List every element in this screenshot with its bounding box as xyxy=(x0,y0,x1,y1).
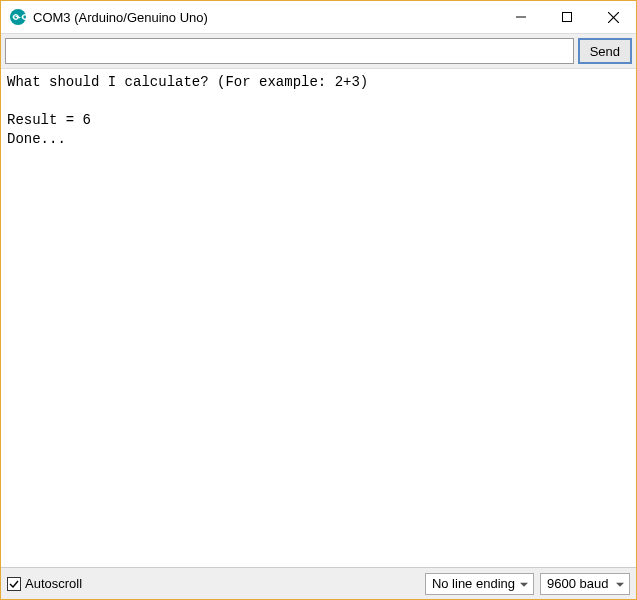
titlebar: COM3 (Arduino/Genuino Uno) xyxy=(1,1,636,33)
statusbar: Autoscroll No line ending 9600 baud xyxy=(1,567,636,599)
checkbox-icon xyxy=(7,577,21,591)
baud-rate-value: 9600 baud xyxy=(547,576,608,591)
line-ending-value: No line ending xyxy=(432,576,515,591)
autoscroll-checkbox[interactable]: Autoscroll xyxy=(7,576,419,591)
maximize-button[interactable] xyxy=(544,1,590,33)
window-controls xyxy=(498,1,636,33)
autoscroll-label: Autoscroll xyxy=(25,576,82,591)
minimize-button[interactable] xyxy=(498,1,544,33)
input-toolbar: Send xyxy=(1,33,636,69)
send-button[interactable]: Send xyxy=(578,38,632,64)
line-ending-select[interactable]: No line ending xyxy=(425,573,534,595)
serial-input[interactable] xyxy=(5,38,574,64)
window-title: COM3 (Arduino/Genuino Uno) xyxy=(33,10,498,25)
minimize-icon xyxy=(516,12,526,22)
close-icon xyxy=(608,12,619,23)
maximize-icon xyxy=(562,12,572,22)
checkmark-icon xyxy=(8,578,20,590)
svg-rect-5 xyxy=(563,13,572,22)
baud-rate-select[interactable]: 9600 baud xyxy=(540,573,630,595)
serial-output[interactable]: What should I calculate? (For example: 2… xyxy=(1,69,636,567)
arduino-icon xyxy=(9,8,27,26)
close-button[interactable] xyxy=(590,1,636,33)
